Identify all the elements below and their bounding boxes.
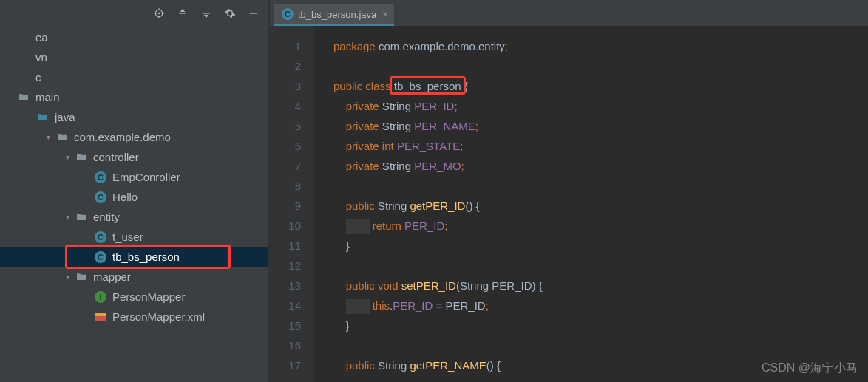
class-icon: C (93, 250, 108, 265)
tree-row[interactable]: vn (0, 47, 268, 67)
tree-label: entity (93, 211, 120, 223)
chevron-down-icon[interactable]: ▾ (61, 153, 74, 161)
folder-icon (74, 150, 89, 165)
chevron-down-icon[interactable]: ▾ (41, 133, 55, 141)
tree-row[interactable]: c (0, 67, 268, 87)
svg-rect-6 (179, 13, 186, 13)
tree-label: PersonMapper (112, 290, 185, 303)
tree-row[interactable]: java (0, 107, 268, 127)
tree-label: mapper (93, 270, 131, 283)
folder-icon (16, 90, 31, 105)
tree-row[interactable]: ea (0, 27, 268, 47)
minimize-icon[interactable] (244, 4, 263, 23)
tree-label: ea (35, 31, 48, 44)
folder-icon (74, 210, 89, 225)
svg-marker-7 (180, 9, 186, 12)
tree-row[interactable]: ▾controller (0, 147, 268, 167)
watermark: CSDN @海宁小马 (762, 361, 858, 376)
project-tree[interactable]: eavncmainjava▾com.example.demo▾controlle… (0, 26, 268, 382)
expand-all-icon[interactable] (173, 4, 192, 23)
tree-label: EmpConroller (112, 171, 180, 183)
chevron-down-icon[interactable]: ▾ (61, 213, 74, 221)
tree-label: com.example.demo (74, 131, 171, 143)
tree-row[interactable]: main (0, 87, 268, 107)
sidebar-toolbar (0, 0, 268, 26)
tree-label: controller (93, 151, 139, 163)
svg-rect-12 (95, 313, 106, 316)
folder-icon (35, 110, 50, 125)
target-icon[interactable] (149, 4, 169, 23)
tree-label: vn (35, 51, 47, 64)
tree-label: tb_bs_person (112, 250, 180, 263)
close-icon[interactable]: × (382, 8, 388, 20)
svg-marker-9 (204, 15, 209, 18)
class-icon: C (93, 190, 108, 205)
tree-row[interactable]: PersonMapper.xml (0, 307, 268, 327)
tree-label: t_user (112, 231, 143, 243)
interface-icon: I (93, 290, 108, 304)
tree-row[interactable]: Ctb_bs_person (0, 247, 268, 267)
svg-rect-8 (203, 13, 209, 13)
chevron-down-icon[interactable]: ▾ (61, 273, 74, 281)
folder-icon (55, 130, 69, 145)
tree-row[interactable]: ▾com.example.demo (0, 127, 268, 147)
class-icon: C (93, 170, 108, 185)
gear-icon[interactable] (220, 4, 240, 23)
tree-row[interactable]: ▾entity (0, 207, 268, 227)
editor-tab[interactable]: C tb_bs_person.java × (274, 4, 394, 26)
svg-rect-10 (250, 13, 258, 13)
project-sidebar: eavncmainjava▾com.example.demo▾controlle… (0, 0, 268, 382)
tree-label: main (35, 91, 60, 103)
svg-point-1 (158, 13, 159, 13)
tree-row[interactable]: ▾mapper (0, 267, 268, 287)
tree-row[interactable]: CHello (0, 187, 268, 207)
xml-icon (93, 310, 108, 324)
class-icon: C (93, 230, 108, 245)
tree-label: c (35, 71, 41, 83)
gutter: 1234567891011121314151617 (270, 26, 314, 382)
folder-icon (74, 270, 89, 284)
tree-label: Hello (112, 191, 138, 203)
collapse-all-icon[interactable] (197, 4, 216, 23)
editor-tabbar: C tb_bs_person.java × (270, 0, 868, 26)
editor-area: C tb_bs_person.java × 123456789101112131… (270, 0, 868, 382)
tree-label: PersonMapper.xml (112, 310, 205, 323)
code-editor[interactable]: package com.example.demo.entity; public … (314, 26, 868, 382)
tab-label: tb_bs_person.java (298, 9, 376, 20)
tree-row[interactable]: Ct_user (0, 227, 268, 247)
tree-label: java (55, 111, 75, 123)
tree-row[interactable]: CEmpConroller (0, 167, 268, 187)
class-icon: C (282, 8, 294, 20)
tree-row[interactable]: IPersonMapper (0, 287, 268, 307)
